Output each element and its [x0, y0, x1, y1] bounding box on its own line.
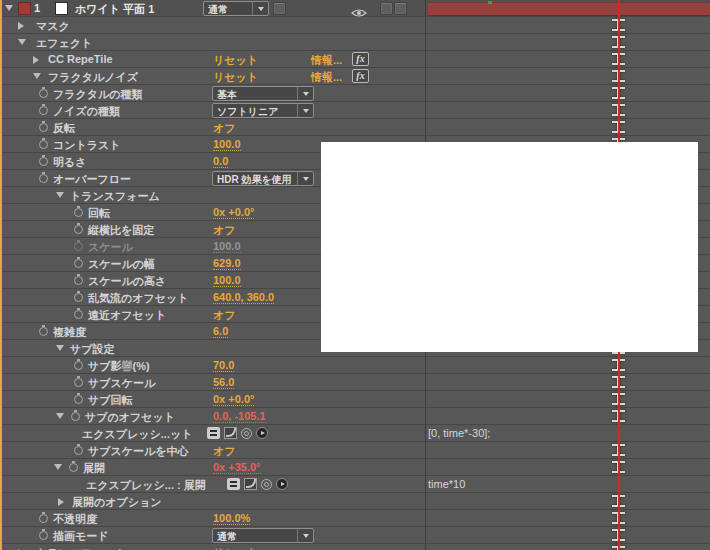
blending-mode-dropdown-value: 通常 [213, 529, 297, 542]
opacity-value[interactable]: 100.0% [213, 512, 250, 525]
stopwatch-icon[interactable] [74, 225, 83, 234]
disclosure-triangle-icon[interactable] [33, 56, 39, 64]
layer-row[interactable]: 1 ホワイト 平面 1 通常 [0, 0, 710, 17]
disclosure-triangle-icon[interactable] [54, 464, 62, 470]
offset-turbulence-value[interactable]: 640.0, 360.0 [213, 291, 274, 304]
disclosure-triangle-icon[interactable] [18, 22, 24, 30]
stopwatch-icon[interactable] [74, 395, 83, 404]
row-opacity[interactable]: 不透明度100.0% [0, 510, 710, 527]
fx-badge[interactable]: fx [352, 52, 369, 66]
expression-sub-offset-label: エクスプレッシ...ット [82, 427, 193, 442]
sub-scaling-value[interactable]: 56.0 [213, 376, 234, 389]
stopwatch-icon[interactable] [69, 463, 78, 472]
switch-box-2[interactable] [394, 2, 407, 15]
row-sub-scaling[interactable]: サブスケール56.0 [0, 374, 710, 391]
stopwatch-icon[interactable] [74, 310, 83, 319]
disclosure-triangle-icon[interactable] [58, 498, 64, 506]
rotation-value[interactable]: 0x +0.0° [213, 206, 254, 219]
expression-enable-icon[interactable] [207, 427, 220, 439]
contrast-value[interactable]: 100.0 [213, 138, 241, 151]
blend-mode-dropdown[interactable]: 通常 [203, 1, 269, 16]
row-mask[interactable]: マスク [0, 17, 710, 34]
stopwatch-icon[interactable] [74, 293, 83, 302]
stopwatch-icon[interactable] [39, 514, 48, 523]
stopwatch-icon[interactable] [74, 378, 83, 387]
fractal-type-dropdown[interactable]: 基本 [212, 86, 314, 101]
layer-duration-bar[interactable] [428, 2, 710, 16]
scale-value[interactable]: 100.0 [213, 240, 241, 253]
expression-enable-icon[interactable] [227, 478, 240, 490]
disclosure-triangle-icon[interactable] [5, 5, 13, 11]
row-transform[interactable]: トランスフォームリセット [0, 544, 710, 550]
stopwatch-icon[interactable] [39, 157, 48, 166]
expression-graph-icon[interactable] [244, 478, 257, 490]
row-cc-repetile[interactable]: CC RepeTileリセット情報...fx [0, 51, 710, 68]
row-sub-offset[interactable]: サブのオフセット0.0, -105.1 [0, 408, 710, 425]
perspective-offset-value[interactable]: オフ [213, 308, 236, 324]
row-noise-type[interactable]: ノイズの種類ソフトリニア [0, 102, 710, 119]
stopwatch-icon[interactable] [39, 174, 48, 183]
noise-type-dropdown[interactable]: ソフトリニア [212, 103, 314, 118]
expression-menu-icon[interactable] [256, 427, 268, 439]
disclosure-triangle-icon[interactable] [33, 73, 41, 79]
row-evolution-options[interactable]: 展開のオプション [0, 493, 710, 510]
reset-link[interactable]: リセット [213, 53, 258, 69]
evolution-value[interactable]: 0x +35.0° [213, 461, 261, 474]
sub-offset-value[interactable]: 0.0, -105.1 [213, 410, 266, 423]
eye-icon[interactable] [351, 4, 367, 14]
stopwatch-icon[interactable] [74, 276, 83, 285]
row-sub-rotation[interactable]: サブ回転0x +0.0° [0, 391, 710, 408]
sub-influence-value[interactable]: 70.0 [213, 359, 234, 372]
trkmat-box[interactable] [273, 2, 286, 15]
uniform-scaling-value[interactable]: オフ [213, 223, 236, 239]
stopwatch-icon[interactable] [39, 123, 48, 132]
expression-menu-icon[interactable] [276, 478, 288, 490]
stopwatch-icon[interactable] [74, 242, 83, 251]
fx-badge[interactable]: fx [352, 69, 369, 83]
disclosure-triangle-icon[interactable] [56, 192, 64, 198]
row-invert[interactable]: 反転オフ [0, 119, 710, 136]
layer-label-color-chip[interactable] [18, 2, 31, 15]
expression-graph-icon[interactable] [224, 427, 237, 439]
pick-whip-icon[interactable] [241, 428, 252, 439]
stopwatch-icon[interactable] [74, 446, 83, 455]
reset-link[interactable]: リセット [213, 546, 258, 550]
info-link[interactable]: 情報... [311, 70, 342, 86]
stopwatch-icon[interactable] [39, 140, 48, 149]
brightness-value[interactable]: 0.0 [213, 155, 228, 168]
row-expression-evolution[interactable]: エクスプレッシ... : 展開time*10 [0, 476, 710, 493]
row-evolution[interactable]: 展開0x +35.0° [0, 459, 710, 476]
sub-rotation-value[interactable]: 0x +0.0° [213, 393, 254, 406]
stopwatch-icon[interactable] [39, 531, 48, 540]
pick-whip-icon[interactable] [261, 479, 272, 490]
row-sub-influence[interactable]: サブ影響(%)70.0 [0, 357, 710, 374]
disclosure-triangle-icon[interactable] [18, 39, 26, 45]
offset-turbulence-label: 乱気流のオフセット [88, 291, 189, 306]
stopwatch-icon[interactable] [74, 208, 83, 217]
scale-width-value[interactable]: 629.0 [213, 257, 241, 270]
row-expression-sub-offset[interactable]: エクスプレッシ...ット[0, time*-30]; [0, 425, 710, 442]
stopwatch-icon[interactable] [39, 89, 48, 98]
reset-link[interactable]: リセット [213, 70, 258, 86]
overflow-dropdown[interactable]: HDR 効果を使用 [212, 171, 314, 186]
row-effects[interactable]: エフェクト [0, 34, 710, 51]
stopwatch-icon[interactable] [39, 327, 48, 336]
center-subscale-value[interactable]: オフ [213, 444, 236, 460]
row-fractal-noise[interactable]: フラクタルノイズリセット情報...fx [0, 68, 710, 85]
switch-box-1[interactable] [380, 2, 393, 15]
blending-mode-dropdown[interactable]: 通常 [212, 528, 314, 543]
row-center-subscale[interactable]: サブスケールを中心オフ [0, 442, 710, 459]
invert-value[interactable]: オフ [213, 121, 236, 137]
stopwatch-icon[interactable] [39, 106, 48, 115]
row-fractal-type[interactable]: フラクタルの種類基本 [0, 85, 710, 102]
scale-height-value[interactable]: 100.0 [213, 274, 241, 287]
layer-name[interactable]: ホワイト 平面 1 [75, 2, 154, 17]
disclosure-triangle-icon[interactable] [56, 413, 64, 419]
stopwatch-icon[interactable] [74, 361, 83, 370]
stopwatch-icon[interactable] [71, 412, 80, 421]
row-blending-mode[interactable]: 描画モード通常 [0, 527, 710, 544]
complexity-value[interactable]: 6.0 [213, 325, 228, 338]
disclosure-triangle-icon[interactable] [56, 345, 64, 351]
stopwatch-icon[interactable] [74, 259, 83, 268]
info-link[interactable]: 情報... [311, 53, 342, 69]
